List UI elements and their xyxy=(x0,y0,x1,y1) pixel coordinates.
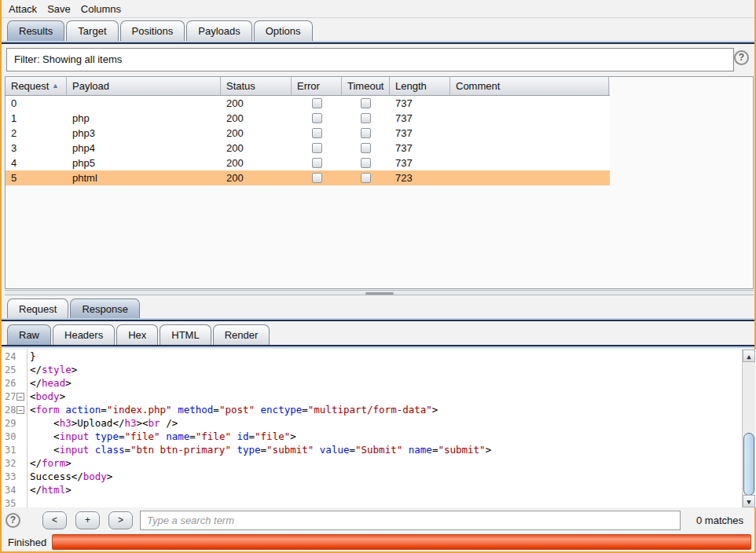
tab-positions[interactable]: Positions xyxy=(120,20,185,41)
code-text: <h3>Upload</h3><br /> xyxy=(30,417,178,429)
tab-payloads[interactable]: Payloads xyxy=(186,20,251,41)
table-row[interactable]: 3php4200737 xyxy=(6,141,610,156)
tab-headers[interactable]: Headers xyxy=(53,324,115,345)
code-line: 24} xyxy=(2,350,756,363)
cell-status: 200 xyxy=(221,96,292,111)
timeout-checkbox[interactable] xyxy=(361,158,371,168)
line-number: 24 xyxy=(2,351,17,362)
help-icon[interactable]: ? xyxy=(734,50,749,65)
code-token: action xyxy=(65,404,101,416)
code-text: </form> xyxy=(30,457,72,469)
column-header-comment[interactable]: Comment xyxy=(450,77,609,95)
search-input[interactable] xyxy=(140,511,681,530)
filter-box[interactable]: Filter: Showing all items xyxy=(6,48,734,71)
tab-raw[interactable]: Raw xyxy=(7,324,51,345)
timeout-checkbox[interactable] xyxy=(361,143,371,153)
timeout-checkbox[interactable] xyxy=(361,173,371,183)
tab-response[interactable]: Response xyxy=(70,298,140,319)
tab-hex[interactable]: Hex xyxy=(116,324,158,345)
fold-spacer xyxy=(17,446,24,454)
tab-target[interactable]: Target xyxy=(66,20,118,41)
scroll-up-icon[interactable]: ▲ xyxy=(743,350,755,362)
code-token: < xyxy=(30,430,60,442)
error-checkbox[interactable] xyxy=(312,128,322,138)
timeout-checkbox[interactable] xyxy=(361,128,371,138)
scroll-down-icon[interactable]: ▼ xyxy=(743,495,755,507)
results-table-pane: Request▲PayloadStatusErrorTimeoutLengthC… xyxy=(5,76,754,289)
cell-comment xyxy=(450,96,609,111)
code-token: form xyxy=(36,404,60,416)
fold-spacer xyxy=(17,500,24,507)
search-prev-button[interactable]: < xyxy=(42,511,67,529)
code-token: >Upload</ xyxy=(72,417,125,429)
menu-item-columns[interactable]: Columns xyxy=(81,3,121,15)
code-token: < xyxy=(30,417,60,429)
splitter-grip-icon xyxy=(365,292,394,295)
help-icon[interactable]: ? xyxy=(6,513,20,528)
cell-error xyxy=(292,126,342,141)
status-label: Finished xyxy=(8,537,46,548)
code-token: </ xyxy=(30,484,42,496)
table-header: Request▲PayloadStatusErrorTimeoutLengthC… xyxy=(6,77,610,96)
cell-timeout xyxy=(342,170,390,185)
table-row[interactable]: 4php5200737 xyxy=(6,156,610,170)
code-token: style xyxy=(42,364,72,375)
vertical-scrollbar[interactable]: ▲ ▼ xyxy=(742,350,755,507)
code-token: < xyxy=(30,404,36,416)
error-checkbox[interactable] xyxy=(312,143,322,153)
response-raw-view[interactable]: 24}25</style>26</head>27−<body>28−<form … xyxy=(2,350,756,507)
code-text: <input class="btn btn-primary" type="sub… xyxy=(30,444,491,456)
code-line: 30 <input type="file" name="file" id="fi… xyxy=(2,430,756,443)
error-checkbox[interactable] xyxy=(312,98,322,108)
error-checkbox[interactable] xyxy=(312,158,322,168)
search-add-button[interactable]: + xyxy=(75,511,100,529)
column-header-length[interactable]: Length xyxy=(390,77,450,95)
code-line: 29 <h3>Upload</h3><br /> xyxy=(2,416,756,430)
tab-html[interactable]: HTML xyxy=(160,324,211,345)
line-number: 34 xyxy=(2,485,17,496)
column-header-timeout[interactable]: Timeout xyxy=(342,77,390,95)
code-token: enctype xyxy=(261,404,303,416)
column-header-payload[interactable]: Payload xyxy=(67,77,221,95)
code-token: = xyxy=(213,404,219,416)
tab-results[interactable]: Results xyxy=(7,20,64,41)
code-token: name xyxy=(409,444,432,456)
menu-bar: AttackSaveColumns xyxy=(2,0,754,17)
table-row[interactable]: 1php200737 xyxy=(6,111,610,126)
pane-splitter[interactable] xyxy=(5,290,754,295)
tab-request[interactable]: Request xyxy=(7,298,68,319)
timeout-checkbox[interactable] xyxy=(361,98,371,108)
filter-bar: Filter: Showing all items ? xyxy=(2,45,754,75)
code-token: "post" xyxy=(219,404,255,416)
scrollbar-thumb[interactable] xyxy=(743,433,754,496)
line-number: 26 xyxy=(2,378,17,389)
menu-item-save[interactable]: Save xyxy=(47,3,71,15)
code-token: </ xyxy=(30,377,42,389)
fold-collapse-icon[interactable]: − xyxy=(17,393,24,401)
code-token: br xyxy=(149,417,160,429)
table-row[interactable]: 2php3200737 xyxy=(6,126,610,141)
search-next-button[interactable]: > xyxy=(108,511,133,529)
code-token: < xyxy=(30,390,36,402)
table-row[interactable]: 0200737 xyxy=(6,96,610,111)
code-token: body xyxy=(36,390,60,402)
error-checkbox[interactable] xyxy=(312,113,322,123)
column-header-error[interactable]: Error xyxy=(292,77,342,95)
cell-error xyxy=(292,141,342,156)
fold-collapse-icon[interactable]: − xyxy=(17,406,24,414)
column-header-status[interactable]: Status xyxy=(221,77,292,95)
column-header-request[interactable]: Request▲ xyxy=(6,77,67,95)
code-token: = xyxy=(349,444,355,456)
table-row[interactable]: 5phtml200723 xyxy=(6,170,610,185)
tab-render[interactable]: Render xyxy=(213,324,270,345)
timeout-checkbox[interactable] xyxy=(361,113,371,123)
code-line: 31 <input class="btn btn-primary" type="… xyxy=(2,443,756,456)
code-token xyxy=(89,430,95,442)
error-checkbox[interactable] xyxy=(312,173,322,183)
main-tab-bar: ResultsTargetPositionsPayloadsOptions xyxy=(2,17,754,41)
code-token: } xyxy=(30,350,36,362)
menu-item-attack[interactable]: Attack xyxy=(9,3,37,15)
line-number: 25 xyxy=(2,364,17,375)
tab-options[interactable]: Options xyxy=(254,20,313,41)
cell-comment xyxy=(450,170,609,185)
